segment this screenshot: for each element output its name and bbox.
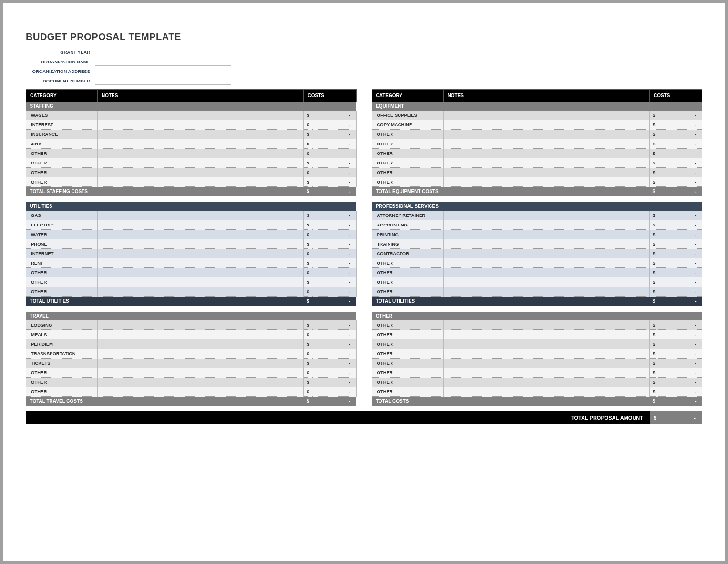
field-org-address[interactable] [95, 67, 231, 75]
item-amount[interactable]: - [312, 268, 356, 277]
item-notes[interactable] [98, 158, 304, 168]
item-amount[interactable]: - [658, 239, 702, 249]
item-category[interactable]: ATTORNEY RETAINER [372, 211, 443, 220]
item-category[interactable]: OTHER [372, 139, 443, 149]
item-notes[interactable] [98, 320, 304, 330]
item-amount[interactable]: - [312, 349, 356, 359]
item-category[interactable]: OTHER [372, 378, 443, 387]
item-notes[interactable] [443, 230, 649, 239]
item-notes[interactable] [98, 230, 304, 239]
item-category[interactable]: INSURANCE [26, 130, 98, 139]
item-category[interactable]: OTHER [372, 359, 443, 368]
item-category[interactable]: OTHER [26, 368, 98, 378]
item-notes[interactable] [443, 258, 649, 268]
item-amount[interactable]: - [312, 139, 356, 149]
item-category[interactable]: OTHER [372, 149, 443, 158]
item-notes[interactable] [98, 168, 304, 177]
item-amount[interactable]: - [312, 359, 356, 368]
item-notes[interactable] [443, 287, 649, 297]
item-category[interactable]: TRAINING [372, 239, 443, 249]
item-category[interactable]: OTHER [372, 387, 443, 397]
item-category[interactable]: GAS [26, 211, 98, 220]
item-amount[interactable]: - [658, 368, 702, 378]
item-notes[interactable] [98, 130, 304, 139]
item-notes[interactable] [443, 149, 649, 158]
item-amount[interactable]: - [312, 339, 356, 349]
item-notes[interactable] [443, 211, 649, 220]
item-amount[interactable]: - [312, 277, 356, 287]
item-notes[interactable] [98, 111, 304, 120]
item-notes[interactable] [443, 111, 649, 120]
item-notes[interactable] [98, 387, 304, 397]
item-category[interactable]: OTHER [26, 277, 98, 287]
item-notes[interactable] [98, 287, 304, 297]
item-category[interactable]: OTHER [372, 268, 443, 277]
item-category[interactable]: RENT [26, 258, 98, 268]
item-category[interactable]: OTHER [26, 177, 98, 187]
item-category[interactable]: INTERNET [26, 249, 98, 258]
item-notes[interactable] [443, 139, 649, 149]
item-notes[interactable] [98, 220, 304, 230]
item-amount[interactable]: - [312, 258, 356, 268]
item-category[interactable]: OTHER [372, 287, 443, 297]
item-notes[interactable] [443, 359, 650, 368]
item-notes[interactable] [443, 130, 649, 139]
item-notes[interactable] [443, 268, 649, 277]
item-notes[interactable] [443, 120, 649, 130]
item-amount[interactable]: - [312, 320, 356, 330]
item-amount[interactable]: - [312, 130, 356, 139]
item-category[interactable]: LODGING [26, 320, 98, 330]
item-notes[interactable] [443, 277, 649, 287]
item-category[interactable]: MEALS [26, 330, 98, 339]
item-category[interactable]: OTHER [26, 387, 98, 397]
item-category[interactable]: OTHER [372, 258, 443, 268]
item-amount[interactable]: - [658, 359, 702, 368]
item-notes[interactable] [443, 339, 650, 349]
item-category[interactable]: OTHER [26, 268, 98, 277]
item-amount[interactable]: - [658, 230, 702, 239]
item-amount[interactable]: - [658, 177, 702, 187]
item-category[interactable]: OTHER [372, 349, 443, 359]
item-notes[interactable] [98, 378, 304, 387]
item-amount[interactable]: - [312, 368, 356, 378]
item-amount[interactable]: - [658, 249, 702, 258]
item-amount[interactable]: - [658, 330, 702, 339]
item-amount[interactable]: - [312, 249, 356, 258]
item-category[interactable]: OTHER [372, 330, 443, 339]
item-notes[interactable] [98, 249, 304, 258]
item-notes[interactable] [98, 120, 304, 130]
item-notes[interactable] [443, 368, 650, 378]
item-category[interactable]: WATER [26, 230, 98, 239]
item-amount[interactable]: - [312, 158, 356, 168]
item-notes[interactable] [98, 277, 304, 287]
item-notes[interactable] [443, 249, 649, 258]
item-notes[interactable] [443, 158, 649, 168]
item-amount[interactable]: - [658, 168, 702, 177]
item-amount[interactable]: - [312, 239, 356, 249]
item-category[interactable]: OTHER [26, 287, 98, 297]
item-amount[interactable]: - [312, 378, 356, 387]
field-org-name[interactable] [95, 57, 231, 66]
item-notes[interactable] [443, 330, 650, 339]
item-category[interactable]: PHONE [26, 239, 98, 249]
item-amount[interactable]: - [658, 111, 702, 120]
item-amount[interactable]: - [658, 268, 702, 277]
item-amount[interactable]: - [658, 149, 702, 158]
item-notes[interactable] [98, 368, 304, 378]
item-amount[interactable]: - [312, 120, 356, 130]
item-category[interactable]: WAGES [26, 111, 98, 120]
item-amount[interactable]: - [312, 168, 356, 177]
item-notes[interactable] [98, 211, 304, 220]
item-notes[interactable] [98, 330, 304, 339]
item-amount[interactable]: - [658, 211, 702, 220]
item-amount[interactable]: - [658, 277, 702, 287]
item-notes[interactable] [98, 139, 304, 149]
item-amount[interactable]: - [658, 130, 702, 139]
item-category[interactable]: OFFICE SUPPLIES [372, 111, 443, 120]
item-category[interactable]: ACCOUNTING [372, 220, 443, 230]
item-notes[interactable] [443, 320, 650, 330]
item-category[interactable]: OTHER [372, 158, 443, 168]
item-category[interactable]: 401K [26, 139, 98, 149]
item-amount[interactable]: - [658, 349, 702, 359]
item-category[interactable]: PRINTING [372, 230, 443, 239]
